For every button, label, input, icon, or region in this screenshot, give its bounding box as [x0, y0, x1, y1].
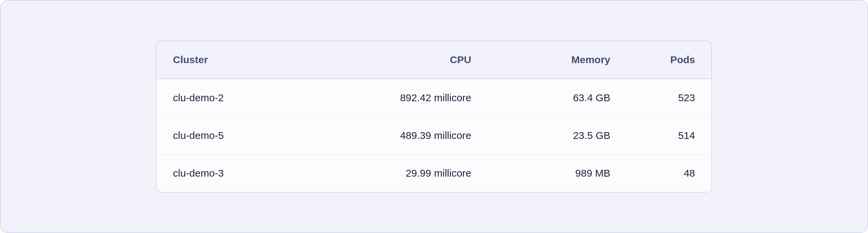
header-memory: Memory: [471, 54, 610, 66]
cell-cpu: 892.42 millicore: [312, 92, 471, 104]
table-row: clu-demo-2 892.42 millicore 63.4 GB 523: [157, 79, 711, 117]
header-cpu: CPU: [312, 54, 471, 66]
cell-cpu: 489.39 millicore: [312, 130, 471, 141]
header-cluster: Cluster: [173, 54, 312, 66]
cell-memory: 63.4 GB: [471, 92, 610, 104]
panel-container: Cluster CPU Memory Pods clu-demo-2 892.4…: [0, 0, 868, 233]
cell-cluster: clu-demo-2: [173, 92, 312, 104]
cell-memory: 23.5 GB: [471, 130, 610, 141]
cell-cluster: clu-demo-3: [173, 167, 312, 179]
header-pods: Pods: [610, 54, 695, 66]
cell-pods: 523: [610, 92, 695, 104]
table-row: clu-demo-3 29.99 millicore 989 MB 48: [157, 155, 711, 192]
cluster-table: Cluster CPU Memory Pods clu-demo-2 892.4…: [156, 40, 712, 193]
table-row: clu-demo-5 489.39 millicore 23.5 GB 514: [157, 117, 711, 155]
cell-cluster: clu-demo-5: [173, 130, 312, 141]
cell-memory: 989 MB: [471, 167, 610, 179]
table-header-row: Cluster CPU Memory Pods: [157, 41, 711, 79]
cell-pods: 48: [610, 167, 695, 179]
cell-cpu: 29.99 millicore: [312, 167, 471, 179]
cell-pods: 514: [610, 130, 695, 141]
